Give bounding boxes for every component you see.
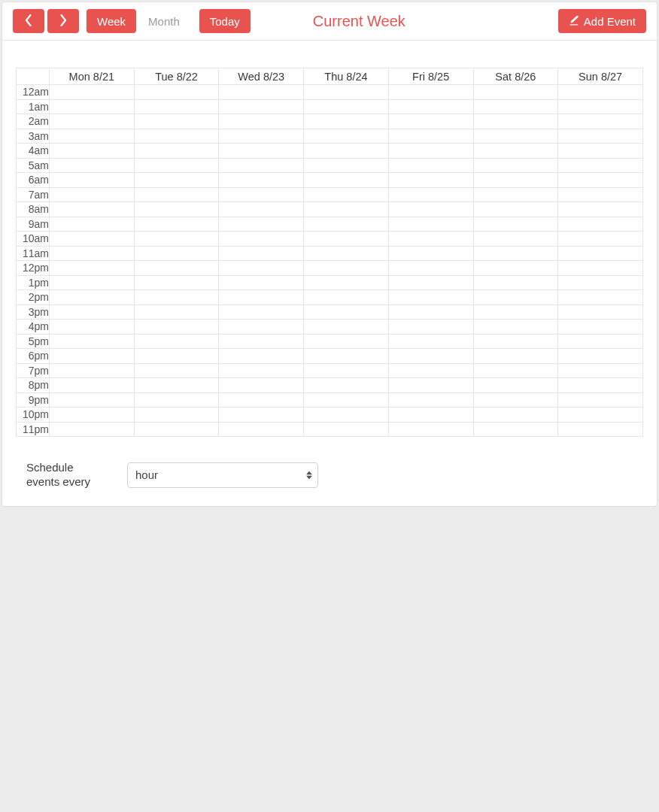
time-slot[interactable] xyxy=(558,363,643,378)
time-slot[interactable] xyxy=(473,422,558,437)
time-slot[interactable] xyxy=(304,173,389,188)
time-slot[interactable] xyxy=(134,173,219,188)
time-slot[interactable] xyxy=(388,246,473,261)
time-slot[interactable] xyxy=(134,378,219,393)
time-slot[interactable] xyxy=(219,363,304,378)
add-event-button[interactable]: Add Event xyxy=(558,9,646,33)
time-slot[interactable] xyxy=(558,334,643,349)
time-slot[interactable] xyxy=(473,408,558,423)
time-slot[interactable] xyxy=(388,290,473,305)
time-slot[interactable] xyxy=(219,378,304,393)
time-slot[interactable] xyxy=(50,334,135,349)
time-slot[interactable] xyxy=(134,187,219,202)
time-slot[interactable] xyxy=(219,202,304,217)
time-slot[interactable] xyxy=(473,144,558,159)
time-slot[interactable] xyxy=(304,99,389,114)
time-slot[interactable] xyxy=(558,144,643,159)
time-slot[interactable] xyxy=(388,99,473,114)
time-slot[interactable] xyxy=(304,422,389,437)
time-slot[interactable] xyxy=(388,144,473,159)
time-slot[interactable] xyxy=(134,202,219,217)
time-slot[interactable] xyxy=(558,158,643,173)
calendar-grid[interactable]: Mon 8/21 Tue 8/22 Wed 8/23 Thu 8/24 Fri … xyxy=(16,68,643,437)
time-slot[interactable] xyxy=(50,304,135,320)
time-slot[interactable] xyxy=(219,334,304,349)
time-slot[interactable] xyxy=(134,85,219,100)
time-slot[interactable] xyxy=(473,334,558,349)
time-slot[interactable] xyxy=(50,232,135,247)
time-slot[interactable] xyxy=(304,334,389,349)
time-slot[interactable] xyxy=(388,422,473,437)
time-slot[interactable] xyxy=(219,304,304,320)
time-slot[interactable] xyxy=(304,290,389,305)
time-slot[interactable] xyxy=(134,217,219,232)
time-slot[interactable] xyxy=(50,290,135,305)
time-slot[interactable] xyxy=(304,363,389,378)
time-slot[interactable] xyxy=(388,114,473,129)
time-slot[interactable] xyxy=(50,202,135,217)
time-slot[interactable] xyxy=(558,290,643,305)
time-slot[interactable] xyxy=(558,246,643,261)
time-slot[interactable] xyxy=(558,304,643,320)
time-slot[interactable] xyxy=(219,320,304,335)
time-slot[interactable] xyxy=(134,290,219,305)
time-slot[interactable] xyxy=(558,187,643,202)
time-slot[interactable] xyxy=(134,261,219,276)
time-slot[interactable] xyxy=(134,158,219,173)
time-slot[interactable] xyxy=(388,392,473,408)
time-slot[interactable] xyxy=(134,304,219,320)
time-slot[interactable] xyxy=(50,158,135,173)
time-slot[interactable] xyxy=(388,261,473,276)
time-slot[interactable] xyxy=(50,217,135,232)
time-slot[interactable] xyxy=(558,202,643,217)
time-slot[interactable] xyxy=(134,129,219,144)
time-slot[interactable] xyxy=(134,408,219,423)
time-slot[interactable] xyxy=(219,349,304,364)
time-slot[interactable] xyxy=(558,320,643,335)
time-slot[interactable] xyxy=(50,275,135,290)
time-slot[interactable] xyxy=(558,408,643,423)
time-slot[interactable] xyxy=(50,378,135,393)
time-slot[interactable] xyxy=(388,363,473,378)
time-slot[interactable] xyxy=(388,217,473,232)
time-slot[interactable] xyxy=(473,320,558,335)
time-slot[interactable] xyxy=(134,422,219,437)
time-slot[interactable] xyxy=(388,275,473,290)
time-slot[interactable] xyxy=(558,114,643,129)
time-slot[interactable] xyxy=(134,99,219,114)
time-slot[interactable] xyxy=(304,85,389,100)
time-slot[interactable] xyxy=(558,275,643,290)
time-slot[interactable] xyxy=(134,392,219,408)
time-slot[interactable] xyxy=(304,246,389,261)
time-slot[interactable] xyxy=(219,217,304,232)
time-slot[interactable] xyxy=(558,232,643,247)
time-slot[interactable] xyxy=(304,144,389,159)
time-slot[interactable] xyxy=(388,304,473,320)
time-slot[interactable] xyxy=(134,114,219,129)
time-slot[interactable] xyxy=(50,246,135,261)
time-slot[interactable] xyxy=(473,85,558,100)
time-slot[interactable] xyxy=(50,144,135,159)
time-slot[interactable] xyxy=(473,99,558,114)
time-slot[interactable] xyxy=(558,261,643,276)
time-slot[interactable] xyxy=(473,217,558,232)
time-slot[interactable] xyxy=(304,378,389,393)
time-slot[interactable] xyxy=(134,363,219,378)
time-slot[interactable] xyxy=(388,378,473,393)
time-slot[interactable] xyxy=(473,114,558,129)
time-slot[interactable] xyxy=(219,275,304,290)
time-slot[interactable] xyxy=(219,392,304,408)
time-slot[interactable] xyxy=(473,378,558,393)
next-button[interactable] xyxy=(47,9,79,33)
time-slot[interactable] xyxy=(473,158,558,173)
time-slot[interactable] xyxy=(304,320,389,335)
time-slot[interactable] xyxy=(388,173,473,188)
time-slot[interactable] xyxy=(219,187,304,202)
time-slot[interactable] xyxy=(304,217,389,232)
time-slot[interactable] xyxy=(304,232,389,247)
time-slot[interactable] xyxy=(50,99,135,114)
time-slot[interactable] xyxy=(304,187,389,202)
time-slot[interactable] xyxy=(134,246,219,261)
time-slot[interactable] xyxy=(50,422,135,437)
time-slot[interactable] xyxy=(219,158,304,173)
